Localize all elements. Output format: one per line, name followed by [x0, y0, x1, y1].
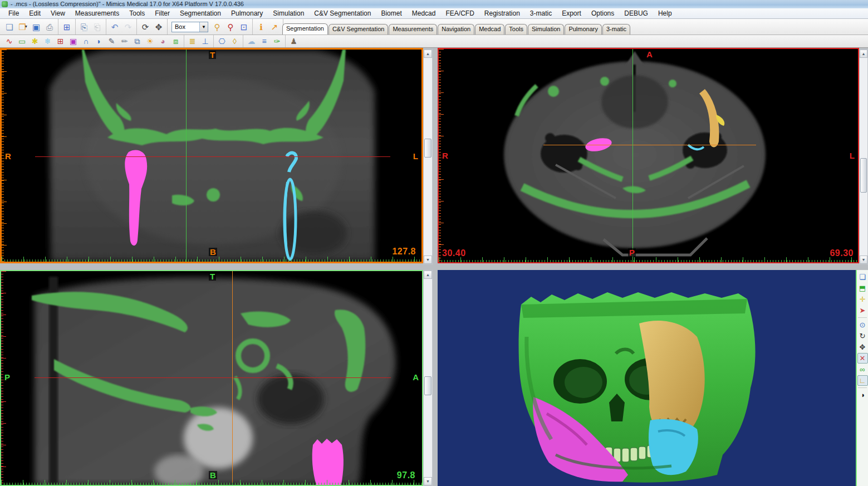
menu-item[interactable]: DEBUG — [619, 8, 653, 18]
menu-item[interactable]: Help — [653, 8, 677, 18]
three-d-viewport[interactable] — [438, 270, 856, 486]
stereo-glasses-icon[interactable]: ∞ — [857, 364, 868, 375]
ribbon-tab[interactable]: 3-matic — [602, 24, 630, 35]
three-d-view-canvas[interactable] — [438, 270, 856, 486]
sagittal-scrollbar-thumb[interactable] — [424, 376, 431, 395]
ribbon-tab[interactable]: Simulation — [528, 24, 564, 35]
horizontal-splitter[interactable] — [0, 264, 859, 270]
ribbon-tab[interactable]: Segmentation — [282, 23, 328, 35]
rotate-view-icon[interactable]: ➤ — [857, 305, 868, 316]
menu-item[interactable]: Edit — [24, 8, 46, 18]
thresholding-button[interactable]: ∿ — [3, 36, 16, 47]
menu-item[interactable]: Export — [557, 8, 586, 18]
coronal-viewport[interactable]: T B R L 127.8 — [0, 48, 423, 263]
create-3d-object-button[interactable]: ⎔ — [215, 36, 228, 47]
save-button[interactable]: ▣ — [30, 21, 43, 33]
duplicate-mask-button[interactable]: ≣ — [186, 36, 199, 47]
visibility-eye-icon[interactable]: ⊙ — [857, 320, 868, 330]
paste-button[interactable]: ⎗ — [91, 21, 104, 33]
menu-item[interactable]: 3-matic — [525, 8, 557, 18]
measure-3d-button[interactable]: ✑ — [271, 36, 283, 47]
coronal-vertical-crosshair[interactable] — [186, 50, 187, 262]
edit-masks-button[interactable]: ▣ — [67, 36, 80, 47]
posture-button[interactable]: ♟ — [287, 36, 300, 47]
zoom-in-button[interactable]: ⚲ — [210, 21, 224, 33]
project-management-button[interactable]: ⊞ — [60, 21, 73, 33]
copy-button[interactable]: ⎘ — [77, 21, 91, 33]
menu-item[interactable]: Biomet — [376, 8, 406, 18]
menu-item[interactable]: Simulation — [268, 8, 309, 18]
menu-item[interactable]: FEA/CFD — [440, 8, 479, 18]
erase-button[interactable]: ✏ — [118, 36, 131, 47]
chevron-down-icon[interactable]: ▾ — [25, 24, 27, 29]
layered-views-icon[interactable]: ❏ — [857, 272, 868, 282]
menu-item[interactable]: Medcad — [407, 8, 441, 18]
scroll-up-icon[interactable]: ▲ — [424, 50, 432, 58]
menu-item[interactable]: Registration — [479, 8, 525, 18]
sagittal-horizontal-crosshair[interactable] — [35, 377, 391, 378]
sagittal-scrollbar[interactable]: ▲ ▼ — [423, 270, 433, 486]
ribbon-tab[interactable]: Tools — [505, 24, 527, 35]
coronal-horizontal-crosshair[interactable] — [35, 156, 390, 157]
menu-item[interactable]: Tools — [124, 8, 150, 18]
coronal-scrollbar[interactable]: ▲ ▼ — [423, 49, 433, 264]
sagittal-vertical-crosshair[interactable] — [232, 271, 233, 485]
ribbon-tab[interactable]: Pulmonary — [565, 24, 602, 35]
coronal-scrollbar-thumb[interactable] — [424, 139, 431, 158]
boolean-operations-button[interactable]: ◗ — [92, 36, 105, 47]
pan-button[interactable]: ✥ — [152, 21, 165, 33]
new-project-button[interactable]: ❏ — [3, 21, 16, 33]
axial-view-canvas[interactable] — [439, 49, 858, 262]
draw-profile-button[interactable]: ✎ — [105, 36, 118, 47]
menu-item[interactable]: View — [46, 8, 70, 18]
zoom-mode-dropdown[interactable]: Box ▼ — [171, 22, 208, 32]
orientation-indicator-icon[interactable]: ∟ — [857, 375, 868, 386]
scroll-down-icon[interactable]: ▼ — [424, 477, 432, 485]
axial-vertical-crosshair[interactable] — [632, 49, 633, 262]
ribbon-tab[interactable]: Navigation — [438, 24, 474, 35]
chevron-down-icon[interactable]: ▼ — [199, 22, 208, 32]
menu-item[interactable]: Filter — [150, 8, 175, 18]
label-button[interactable]: ◊ — [228, 36, 241, 47]
update-view-button[interactable]: ⟳ — [139, 21, 152, 33]
scroll-down-icon[interactable]: ▼ — [860, 256, 867, 264]
sagittal-viewport[interactable]: T B P A 97.8 — [0, 270, 423, 486]
rotate-3d-icon[interactable]: ↻ — [857, 331, 868, 341]
interpolate-button[interactable]: ◕ — [156, 36, 169, 47]
morphology-operations-button[interactable]: ∩ — [80, 36, 92, 47]
menu-item[interactable]: C&V Segmentation — [309, 8, 376, 18]
axial-scrollbar-thumb[interactable] — [860, 158, 867, 193]
axial-horizontal-crosshair[interactable] — [543, 145, 756, 145]
axial-scrollbar[interactable]: ▲ ▼ — [859, 49, 868, 264]
open-project-button[interactable]: ❐▾ — [16, 21, 30, 33]
menu-item[interactable]: Segmentation — [175, 8, 226, 18]
redo-button[interactable]: ↷ — [121, 21, 135, 33]
title-bar[interactable]: - .mcs - (Lossless Compression)" - Mimic… — [0, 0, 868, 8]
calculate-3d-button[interactable]: ⊞ — [54, 36, 67, 47]
zoom-selection-button[interactable]: ⊡ — [237, 21, 251, 33]
coronal-view-canvas[interactable] — [2, 50, 421, 262]
undo-button[interactable]: ↶ — [108, 21, 121, 33]
crop-mask-button[interactable]: ⧈ — [169, 36, 182, 47]
scroll-down-icon[interactable]: ▼ — [424, 256, 432, 264]
sagittal-view-canvas[interactable] — [1, 271, 422, 485]
region-growing-button[interactable]: ✱ — [28, 36, 41, 47]
scroll-up-icon[interactable]: ▲ — [860, 50, 867, 58]
multiple-slice-edit-button[interactable]: ⧉ — [131, 36, 144, 47]
add-point-button[interactable]: ⊥ — [199, 36, 212, 47]
unzoom-button[interactable]: ⚲ — [224, 21, 237, 33]
print-button[interactable]: ⎙ — [43, 21, 56, 33]
menu-item[interactable]: Measurements — [70, 8, 124, 18]
show-axes-icon[interactable]: ✕ — [857, 353, 868, 364]
menu-item[interactable]: Pulmonary — [226, 8, 268, 18]
project-info-button[interactable]: ℹ — [254, 21, 268, 33]
contrast-icon[interactable]: ◑ — [857, 390, 868, 400]
ribbon-tab[interactable]: C&V Segmentation — [328, 24, 389, 35]
axial-viewport[interactable]: A P R L 30.40 69.30 — [438, 48, 859, 263]
ribbon-tab[interactable]: Measurements — [389, 24, 437, 35]
scroll-up-icon[interactable]: ▲ — [424, 271, 432, 279]
calculate-3d-from-mask-button[interactable]: ≡ — [258, 36, 271, 47]
smart-expand-button[interactable]: ☀ — [144, 36, 156, 47]
menu-item[interactable]: File — [3, 8, 24, 18]
context-help-button[interactable]: ↗ — [268, 21, 281, 33]
